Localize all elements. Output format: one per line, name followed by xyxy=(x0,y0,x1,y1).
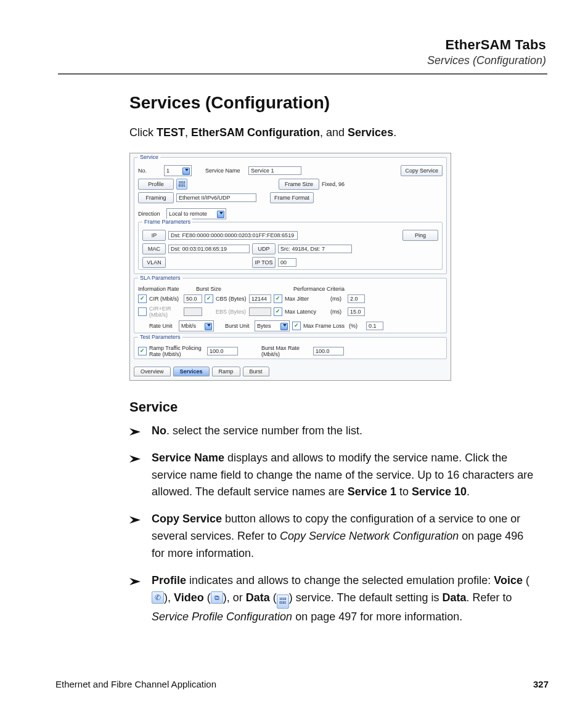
service-name-label: Service Name xyxy=(205,168,246,174)
mac-button[interactable]: MAC xyxy=(142,243,166,254)
frame-size-button[interactable]: Frame Size xyxy=(279,179,319,190)
ramp-label: Ramp Traffic Policing Rate (Mbit/s) xyxy=(149,345,205,357)
ramp-checkbox[interactable]: ✓ xyxy=(138,347,147,355)
info-rate-header: Information Rate xyxy=(138,286,194,292)
bullet-arrow-icon xyxy=(129,513,144,523)
direction-select[interactable]: Local to remote xyxy=(166,208,226,219)
bullet-service-name: Service Name displays and allows to modi… xyxy=(129,450,537,501)
perf-criteria-header: Performance Criteria xyxy=(293,286,345,292)
max-jitter-label: Max Jitter xyxy=(285,296,328,302)
ramp-input[interactable]: 100.0 xyxy=(207,347,238,355)
udp-value: Src: 49184, Dst: 7 xyxy=(278,245,352,253)
max-jitter-input[interactable]: 2.0 xyxy=(348,294,365,303)
cbs-label: CBS (Bytes) xyxy=(216,296,247,302)
max-latency-label: Max Latency xyxy=(285,309,328,315)
max-jitter-checkbox[interactable]: ✓ xyxy=(274,294,282,303)
service-name-input[interactable]: Service 1 xyxy=(248,166,301,175)
rate-unit-select[interactable]: Mbit/s xyxy=(179,320,214,331)
intro-paragraph: Click TEST, EtherSAM Configuration, and … xyxy=(129,124,537,142)
ebs-input xyxy=(249,307,271,316)
cir-checkbox[interactable]: ✓ xyxy=(138,294,147,303)
cireir-label: CIR+EIR (Mbit/s) xyxy=(149,306,181,318)
data-icon: 10100101 xyxy=(277,594,289,609)
iptos-value: 00 xyxy=(278,258,296,267)
max-frameloss-input[interactable]: 0.1 xyxy=(366,322,383,330)
cir-input[interactable]: 50.0 xyxy=(184,294,202,303)
frame-size-value: Fixed, 96 xyxy=(322,181,359,187)
cbs-checkbox[interactable]: ✓ xyxy=(205,294,213,303)
footer-book-title: Ethernet and Fibre Channel Application xyxy=(55,679,216,689)
tab-burst[interactable]: Burst xyxy=(243,367,269,376)
vlan-button[interactable]: VLAN xyxy=(142,257,166,268)
ip-value: Dst: FE80:0000:0000:0000:0203:01FF:FE08:… xyxy=(168,231,298,240)
frame-params-legend: Frame Parameters xyxy=(142,219,192,225)
bullet-no: No. select the service number from the l… xyxy=(129,423,537,440)
burst-size-header: Burst Size xyxy=(196,286,258,292)
voice-icon xyxy=(152,591,164,604)
bullet-arrow-icon xyxy=(129,452,144,462)
copy-service-button[interactable]: Copy Service xyxy=(401,165,443,176)
burst-unit-select[interactable]: Bytes xyxy=(255,320,290,331)
footer-page-number: 327 xyxy=(533,679,549,689)
framing-button[interactable]: Framing xyxy=(138,192,174,203)
frame-format-button[interactable]: Frame Format xyxy=(270,192,314,203)
page-title: Services (Configuration) xyxy=(129,93,537,113)
svg-marker-2 xyxy=(129,516,141,524)
udp-button[interactable]: UDP xyxy=(252,243,276,254)
cbs-input[interactable]: 12144 xyxy=(249,294,271,303)
tab-ramp[interactable]: Ramp xyxy=(212,367,240,376)
iptos-button[interactable]: IP TOS xyxy=(252,257,276,268)
max-frameloss-checkbox[interactable]: ✓ xyxy=(292,322,301,330)
no-label: No. xyxy=(138,168,161,174)
test-params-legend: Test Parameters xyxy=(138,334,182,340)
cireir-checkbox[interactable] xyxy=(138,307,147,316)
bullet-profile: Profile indicates and allows to change t… xyxy=(129,572,537,626)
svg-marker-0 xyxy=(129,428,141,436)
ip-button[interactable]: IP xyxy=(142,230,166,241)
cireir-input xyxy=(184,307,202,316)
bullet-copy-service: Copy Service button allows to copy the c… xyxy=(129,511,537,562)
profile-button[interactable]: Profile xyxy=(138,179,174,190)
section-heading-service: Service xyxy=(129,399,537,415)
bullet-arrow-icon xyxy=(129,425,144,435)
page-header-title: EtherSAM Tabs xyxy=(55,37,546,53)
ping-button[interactable]: Ping xyxy=(402,230,438,241)
burst-unit-label: Burst Unit xyxy=(225,323,252,329)
tab-overview[interactable]: Overview xyxy=(134,367,171,376)
data-profile-icon: 10100101 xyxy=(176,179,187,190)
page-header-subtitle: Services (Configuration) xyxy=(55,54,546,67)
no-select[interactable]: 1 xyxy=(164,165,192,176)
video-icon xyxy=(211,591,223,604)
framing-value: Ethernet II/IPv6/UDP xyxy=(176,193,256,202)
tab-services[interactable]: Services xyxy=(173,367,210,376)
ebs-label: EBS (Bytes) xyxy=(216,309,247,315)
svg-marker-3 xyxy=(129,578,141,585)
sla-legend: SLA Parameters xyxy=(138,275,182,281)
services-config-screenshot: Service No. 1 Service Name Service 1 Cop… xyxy=(129,153,451,381)
direction-label: Direction xyxy=(138,211,164,217)
max-frameloss-label: Max Frame Loss xyxy=(303,323,346,329)
bullet-arrow-icon xyxy=(129,575,144,585)
burstmax-input[interactable]: 100.0 xyxy=(313,347,344,355)
service-legend: Service xyxy=(138,154,160,160)
header-rule xyxy=(58,73,547,75)
max-latency-input[interactable]: 15.0 xyxy=(348,307,365,316)
rate-unit-label: Rate Unit xyxy=(149,323,176,329)
max-latency-checkbox[interactable]: ✓ xyxy=(274,307,282,316)
cir-label: CIR (Mbit/s) xyxy=(149,296,181,302)
burstmax-label: Burst Max Rate (Mbit/s) xyxy=(261,345,311,357)
mac-value: Dst: 00:03:01:08:65:19 xyxy=(168,245,250,253)
svg-marker-1 xyxy=(129,455,141,463)
